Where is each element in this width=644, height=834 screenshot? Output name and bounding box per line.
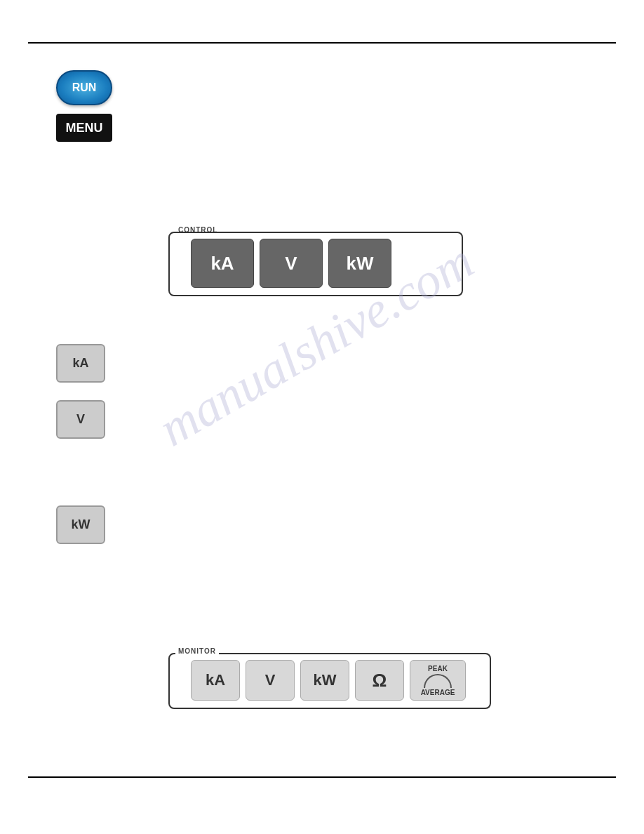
monitor-key-peak-avg[interactable]: PEAK AVERAGE [410, 660, 466, 701]
control-key-v[interactable]: V [260, 239, 323, 288]
control-box-wrapper: CONTROL kA V kW [168, 232, 463, 296]
monitor-key-kw[interactable]: kW [300, 660, 349, 701]
monitor-key-omega[interactable]: Ω [355, 660, 404, 701]
run-button-label: RUN [72, 81, 97, 94]
monitor-box-wrapper: MONITOR kA V kW Ω PEAK AVERAGE [168, 653, 491, 709]
monitor-key-v[interactable]: V [246, 660, 295, 701]
control-panel: CONTROL kA V kW [168, 232, 463, 296]
control-key-ka[interactable]: kA [191, 239, 254, 288]
monitor-key-ka[interactable]: kA [191, 660, 240, 701]
monitor-panel: MONITOR kA V kW Ω PEAK AVERAGE [168, 653, 491, 709]
standalone-key-kw[interactable]: kW [56, 505, 105, 544]
menu-button[interactable]: MENU [56, 114, 112, 142]
control-key-kw[interactable]: kW [328, 239, 391, 288]
top-rule [28, 42, 616, 44]
control-box: kA V kW [168, 232, 463, 296]
bottom-rule [28, 776, 616, 778]
standalone-key-v[interactable]: V [56, 400, 105, 439]
menu-button-label: MENU [66, 121, 103, 135]
monitor-panel-label: MONITOR [175, 647, 219, 655]
monitor-box: kA V kW Ω PEAK AVERAGE [168, 653, 491, 709]
standalone-key-ka[interactable]: kA [56, 344, 105, 383]
peak-arc-icon [424, 674, 452, 688]
run-button[interactable]: RUN [56, 70, 112, 105]
